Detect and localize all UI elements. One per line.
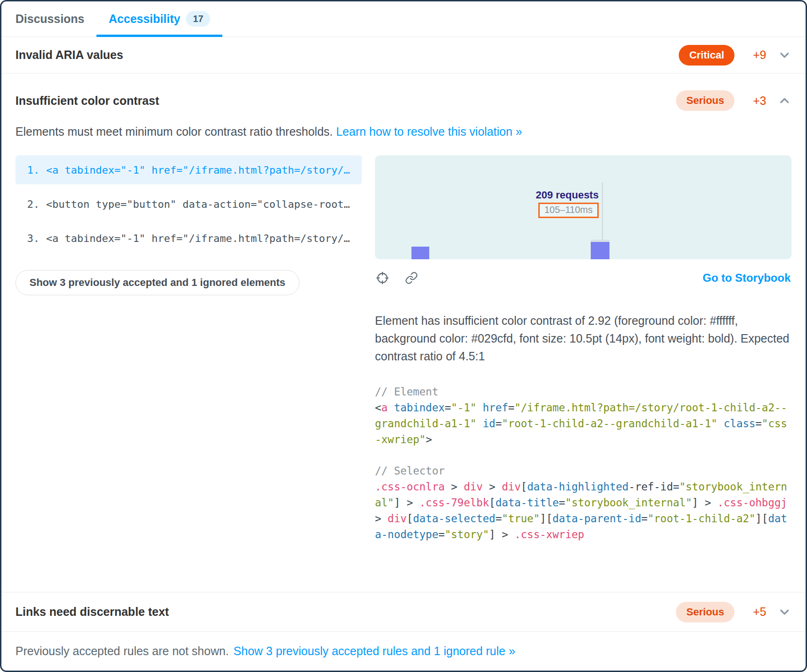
- learn-how-link[interactable]: Learn how to resolve this violation »: [336, 125, 522, 138]
- rule-section-color-contrast: Insufficient color contrast Serious +3 E…: [1, 73, 806, 592]
- tooltip-title: 209 requests: [536, 189, 599, 201]
- element-code: <button type="button" data-action="colla…: [46, 198, 350, 210]
- tooltip-pointer-line: [602, 183, 603, 241]
- accessibility-count-badge: 17: [186, 11, 210, 27]
- element-list: 1. <a tabindex="-1" href="/iframe.html?p…: [15, 155, 362, 295]
- chart-bar-right: [591, 240, 609, 259]
- link-icon[interactable]: [405, 271, 418, 285]
- crosshair-icon[interactable]: [376, 271, 389, 285]
- go-to-storybook-link[interactable]: Go to Storybook: [703, 271, 791, 285]
- chart-bar-left: [411, 247, 429, 259]
- rule-row-controls: Serious +5: [676, 602, 792, 622]
- violation-details: Element has insufficient color contrast …: [375, 312, 792, 365]
- rule-row-invalid-aria[interactable]: Invalid ARIA values Critical +9: [1, 37, 806, 73]
- tab-accessibility-label: Accessibility: [109, 12, 180, 26]
- element-detail: 209 requests 105–110ms: [375, 155, 792, 542]
- element-item-2[interactable]: 2. <button type="button" data-action="co…: [15, 190, 362, 219]
- active-tab-underline: [96, 35, 222, 37]
- element-index: 3.: [27, 233, 40, 244]
- element-code: <a tabindex="-1" href="/iframe.html?path…: [46, 233, 350, 244]
- rule-body: 1. <a tabindex="-1" href="/iframe.html?p…: [15, 155, 792, 542]
- element-comment: // Element: [375, 384, 792, 400]
- more-count: +5: [746, 605, 766, 619]
- rule-description: Elements must meet minimum color contras…: [15, 125, 792, 139]
- element-index: 1.: [27, 164, 40, 176]
- selector-comment: // Selector: [375, 463, 792, 479]
- footer-text: Previously accepted rules are not shown.: [15, 644, 229, 658]
- selector-code-block: // Selector .css-ocnlra > div > div[data…: [375, 463, 792, 542]
- tab-discussions[interactable]: Discussions: [3, 1, 96, 37]
- preview-tooltip: 209 requests 105–110ms: [536, 189, 599, 218]
- rule-row-discernable-text[interactable]: Links need discernable text Serious +5: [1, 592, 806, 631]
- element-item-1[interactable]: 1. <a tabindex="-1" href="/iframe.html?p…: [15, 155, 362, 184]
- tab-accessibility[interactable]: Accessibility 17: [96, 1, 222, 37]
- story-preview[interactable]: 209 requests 105–110ms: [375, 155, 792, 259]
- preview-actions: Go to Storybook: [375, 271, 792, 285]
- highlighted-element: 105–110ms: [538, 203, 599, 218]
- more-count: +9: [746, 48, 766, 62]
- rule-title: Insufficient color contrast: [15, 94, 159, 108]
- selector-css: .css-ocnlra > div > div[data-highlighted…: [375, 479, 792, 542]
- chevron-up-icon[interactable]: [778, 94, 792, 108]
- panel-footer: Previously accepted rules are not shown.…: [1, 631, 806, 671]
- more-count: +3: [746, 94, 766, 108]
- chevron-down-icon[interactable]: [778, 605, 792, 619]
- rule-row-controls: Serious +3: [676, 90, 792, 111]
- severity-badge: Critical: [679, 45, 734, 66]
- element-index: 2.: [27, 198, 40, 210]
- show-accepted-rules-link[interactable]: Show 3 previously accepted rules and 1 i…: [234, 644, 515, 658]
- severity-badge: Serious: [676, 602, 734, 622]
- element-html: <a tabindex="-1" href="/iframe.html?path…: [375, 400, 792, 447]
- chevron-down-icon[interactable]: [778, 48, 792, 62]
- rule-title: Invalid ARIA values: [15, 48, 123, 62]
- severity-badge: Serious: [676, 90, 734, 111]
- element-item-3[interactable]: 3. <a tabindex="-1" href="/iframe.html?p…: [15, 224, 362, 253]
- rule-header[interactable]: Insufficient color contrast Serious +3: [15, 90, 792, 111]
- element-code: <a tabindex="-1" href="/iframe.html?path…: [46, 164, 350, 176]
- rule-row-controls: Critical +9: [679, 45, 792, 66]
- rule-title: Links need discernable text: [15, 605, 169, 619]
- element-code-block: // Element <a tabindex="-1" href="/ifram…: [375, 384, 792, 447]
- show-accepted-elements-button[interactable]: Show 3 previously accepted and 1 ignored…: [15, 270, 300, 295]
- accessibility-panel: Discussions Accessibility 17 Invalid ARI…: [0, 0, 807, 672]
- tab-bar: Discussions Accessibility 17: [1, 1, 806, 37]
- tab-discussions-label: Discussions: [15, 12, 84, 26]
- rule-description-text: Elements must meet minimum color contras…: [15, 125, 336, 138]
